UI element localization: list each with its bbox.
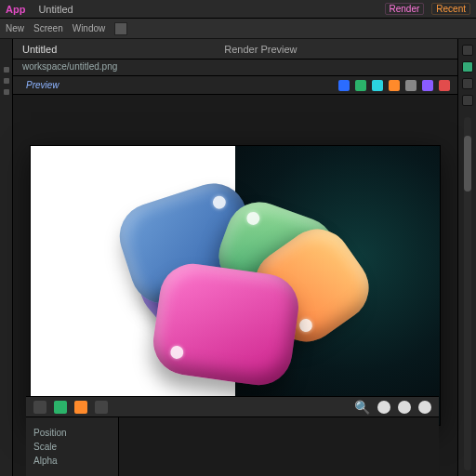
logo-piece-pink xyxy=(149,259,302,390)
bottom-panel: Position Scale Alpha xyxy=(26,416,439,476)
panel-row-label: Alpha xyxy=(33,456,111,466)
status-icon[interactable] xyxy=(33,401,46,414)
gutter-marker xyxy=(4,89,9,95)
panel-content[interactable] xyxy=(119,417,439,476)
canvas xyxy=(31,146,440,425)
avatar[interactable] xyxy=(377,401,390,414)
canvas-viewport[interactable]: 🔍 Position Scale Alpha xyxy=(13,95,457,476)
swatch-icon[interactable] xyxy=(389,80,400,91)
gutter-marker xyxy=(4,78,9,84)
status-icon[interactable] xyxy=(95,401,108,414)
avatar[interactable] xyxy=(398,401,411,414)
panel-row-label: Position xyxy=(33,428,111,438)
tool-new[interactable]: New xyxy=(6,23,24,33)
tab-secondary[interactable]: Render Preview xyxy=(224,44,297,55)
swatch-icon[interactable] xyxy=(338,80,350,91)
tool-window[interactable]: Window xyxy=(73,23,106,33)
swatch-icon[interactable] xyxy=(405,80,416,91)
avatar[interactable] xyxy=(418,401,431,414)
status-bar: 🔍 xyxy=(26,396,439,416)
scrollbar-track[interactable] xyxy=(464,117,471,470)
menu-item-file[interactable]: Untitled xyxy=(38,4,73,15)
canvas-hint: Preview xyxy=(20,80,60,90)
toolstrip: New Screen Window xyxy=(0,19,476,39)
swatch-icon[interactable] xyxy=(422,80,433,91)
status-icon[interactable] xyxy=(74,401,87,414)
swirl-logo xyxy=(114,183,356,388)
gutter-button-icon[interactable] xyxy=(462,45,473,56)
canvas-toolbar: Preview xyxy=(13,76,457,95)
search-icon[interactable]: 🔍 xyxy=(354,400,370,415)
scrollbar-thumb[interactable] xyxy=(464,136,471,192)
gutter-button-icon[interactable] xyxy=(462,61,473,73)
menu-bar: App Untitled Render Recent xyxy=(0,0,476,19)
panel-row-label: Scale xyxy=(33,442,111,452)
left-gutter xyxy=(0,39,13,476)
tag-render[interactable]: Render xyxy=(385,3,425,15)
tool-chip-icon[interactable] xyxy=(114,22,127,35)
swatch-icon[interactable] xyxy=(372,80,383,91)
app-brand: App xyxy=(6,4,25,15)
tab-row: Untitled Render Preview xyxy=(13,39,457,60)
tab-active[interactable]: Untitled xyxy=(22,44,57,55)
tag-recent[interactable]: Recent xyxy=(431,3,470,15)
status-icon[interactable] xyxy=(54,401,67,414)
panel-labels: Position Scale Alpha xyxy=(26,417,119,476)
gutter-button-icon[interactable] xyxy=(462,95,473,106)
breadcrumb: workspace/untitled.png xyxy=(13,60,457,76)
swatch-icon[interactable] xyxy=(355,80,366,91)
gutter-button-icon[interactable] xyxy=(462,78,473,89)
right-gutter xyxy=(457,39,476,476)
tool-screen[interactable]: Screen xyxy=(33,23,63,33)
swatch-icon[interactable] xyxy=(439,80,450,91)
gutter-marker xyxy=(4,67,9,73)
